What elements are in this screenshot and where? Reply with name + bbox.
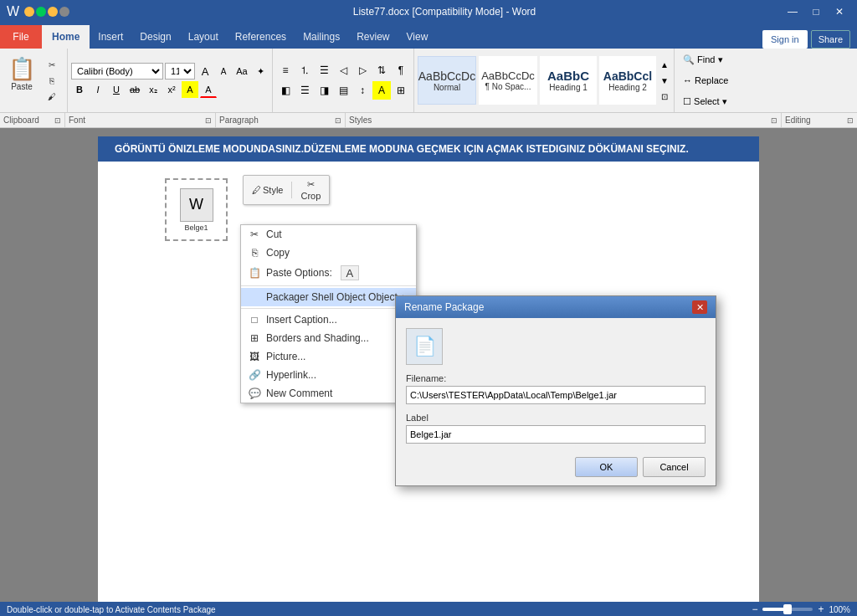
clipboard-expand-icon[interactable]: ⊡ xyxy=(54,116,61,125)
dialog-close-button[interactable]: ✕ xyxy=(692,300,707,314)
zoom-slider[interactable] xyxy=(762,608,813,611)
borders-button[interactable]: ⊞ xyxy=(392,81,410,100)
clipboard-group: 📋 Paste ✂ ⎘ 🖌 xyxy=(0,49,68,112)
styles-expand-button[interactable]: ⊡ xyxy=(659,89,670,104)
font-expand-icon[interactable]: ⊡ xyxy=(205,116,212,125)
caption-icon: □ xyxy=(248,314,261,326)
ctx-packager[interactable]: Packager Shell Object Object ▶ xyxy=(241,288,416,306)
cut-button[interactable]: ✂ xyxy=(40,57,64,72)
styles-scroll-up-button[interactable]: ▲ xyxy=(659,57,670,72)
editing-expand-icon[interactable]: ⊡ xyxy=(847,116,854,125)
preview-banner: Görüntü önizleme modundasınız.düzenleme … xyxy=(98,136,759,162)
sign-in-button[interactable]: Sign in xyxy=(762,30,808,49)
italic-button[interactable]: I xyxy=(90,81,106,98)
zoom-level: 100% xyxy=(829,605,850,614)
hyperlink-icon: 🔗 xyxy=(248,369,261,381)
bold-button[interactable]: B xyxy=(71,81,88,98)
subscript-button[interactable]: x₂ xyxy=(145,81,162,98)
line-spacing-button[interactable]: ↕ xyxy=(353,81,372,100)
font-size-select[interactable]: 11 xyxy=(165,63,195,80)
clear-format-button[interactable]: Aa xyxy=(233,63,250,80)
styles-expand-icon[interactable]: ⊡ xyxy=(771,116,777,125)
sort-button[interactable]: ⇅ xyxy=(372,61,391,80)
tab-insert[interactable]: Insert xyxy=(90,25,131,49)
align-right-button[interactable]: ◨ xyxy=(315,81,333,100)
ctx-picture[interactable]: 🖼 Picture... xyxy=(241,347,416,366)
styles-group: AaBbCcDc Normal AaBbCcDc ¶ No Spac... Aa… xyxy=(414,49,675,112)
crop-mini-button[interactable]: ✂ Crop xyxy=(295,177,326,203)
show-para-button[interactable]: ¶ xyxy=(392,61,410,80)
dialog-ok-button[interactable]: OK xyxy=(575,457,638,477)
paste-option-a[interactable]: A xyxy=(341,265,359,280)
ctx-copy[interactable]: ⎘ Copy xyxy=(241,244,416,262)
style-no-spacing-label: ¶ No Spac... xyxy=(485,82,531,91)
paragraph-expand-icon[interactable]: ⊡ xyxy=(335,116,341,125)
ctx-new-comment[interactable]: 💬 New Comment xyxy=(241,384,416,403)
share-button[interactable]: Share xyxy=(811,30,850,49)
document-area: Görüntü önizleme modundasınız.düzenleme … xyxy=(0,128,857,616)
font-shrink-button[interactable]: A xyxy=(215,63,232,80)
zoom-in-button[interactable]: + xyxy=(818,603,824,615)
align-left-button[interactable]: ◧ xyxy=(276,81,295,100)
filename-label: Filename: xyxy=(406,373,706,383)
bullets-button[interactable]: ≡ xyxy=(276,61,295,80)
paste-button[interactable]: 📋 Paste xyxy=(3,50,40,97)
ctx-hyperlink[interactable]: 🔗 Hyperlink... xyxy=(241,366,416,384)
underline-button[interactable]: U xyxy=(108,81,125,98)
dialog-cancel-button[interactable]: Cancel xyxy=(643,457,706,477)
style-no-spacing[interactable]: AaBbCcDc ¶ No Spac... xyxy=(479,56,537,105)
cut-icon: ✂ xyxy=(248,228,261,240)
highlight-button[interactable]: A xyxy=(182,81,198,98)
zoom-thumb[interactable] xyxy=(783,604,792,614)
decrease-indent-button[interactable]: ◁ xyxy=(334,61,352,80)
status-right: − + 100% xyxy=(752,603,850,615)
increase-indent-button[interactable]: ▷ xyxy=(353,61,372,80)
styles-scroll-down-button[interactable]: ▼ xyxy=(659,73,670,88)
clipboard-label: Clipboard⊡ xyxy=(0,113,65,127)
numbering-button[interactable]: ⒈ xyxy=(295,61,314,80)
comment-icon: 💬 xyxy=(248,388,261,399)
tab-view[interactable]: View xyxy=(398,25,437,49)
zoom-out-button[interactable]: − xyxy=(752,603,757,615)
ctx-borders[interactable]: ⊞ Borders and Shading... xyxy=(241,329,416,347)
shading-button[interactable]: A xyxy=(372,81,391,100)
maximize-button[interactable]: □ xyxy=(805,3,827,20)
style-heading2[interactable]: AaBbCcl Heading 2 xyxy=(599,56,656,105)
tab-layout[interactable]: Layout xyxy=(180,25,227,49)
font-family-select[interactable]: Calibri (Body) xyxy=(71,63,163,80)
multilevel-button[interactable]: ☰ xyxy=(315,61,333,80)
font-grow-button[interactable]: A xyxy=(197,63,213,80)
align-center-button[interactable]: ☰ xyxy=(295,81,314,100)
select-button[interactable]: ☐ Select ▾ xyxy=(680,92,731,110)
tab-references[interactable]: References xyxy=(227,25,295,49)
embedded-object[interactable]: W Belge1 xyxy=(165,178,228,241)
replace-button[interactable]: ↔ Replace xyxy=(680,71,731,90)
context-menu: ✂ Cut ⎘ Copy 📋 Paste Options: A Packager… xyxy=(240,224,417,403)
font-color-button[interactable]: A xyxy=(200,81,217,98)
label-input[interactable] xyxy=(406,425,706,444)
ctx-insert-caption[interactable]: □ Insert Caption... xyxy=(241,311,416,329)
ctx-paste-options[interactable]: 📋 Paste Options: A xyxy=(241,262,416,284)
text-effects-button[interactable]: ✦ xyxy=(252,63,269,80)
style-mini-button[interactable]: 🖊 Style xyxy=(247,183,288,197)
close-button[interactable]: ✕ xyxy=(829,3,850,20)
find-button[interactable]: 🔍 Find ▾ xyxy=(680,50,731,69)
tab-home[interactable]: Home xyxy=(42,25,90,49)
tab-file[interactable]: File xyxy=(0,25,42,49)
object-icon: W xyxy=(180,188,213,222)
tab-mailings[interactable]: Mailings xyxy=(295,25,348,49)
minimize-button[interactable]: — xyxy=(782,3,803,20)
justify-button[interactable]: ▤ xyxy=(334,81,352,100)
window-controls[interactable]: — □ ✕ xyxy=(782,3,850,20)
style-normal[interactable]: AaBbCcDc Normal xyxy=(418,56,476,105)
style-heading1[interactable]: AaBbC Heading 1 xyxy=(540,56,597,105)
superscript-button[interactable]: x² xyxy=(163,81,180,98)
ctx-cut[interactable]: ✂ Cut xyxy=(241,225,416,244)
tab-review[interactable]: Review xyxy=(348,25,398,49)
format-painter-button[interactable]: 🖌 xyxy=(40,89,64,104)
strikethrough-button[interactable]: ab xyxy=(126,81,143,98)
filename-input[interactable] xyxy=(406,386,706,404)
copy-ribbon-button[interactable]: ⎘ xyxy=(40,73,64,88)
window-title: Liste77.docx [Compatibility Mode] - Word xyxy=(107,6,782,18)
tab-design[interactable]: Design xyxy=(131,25,179,49)
